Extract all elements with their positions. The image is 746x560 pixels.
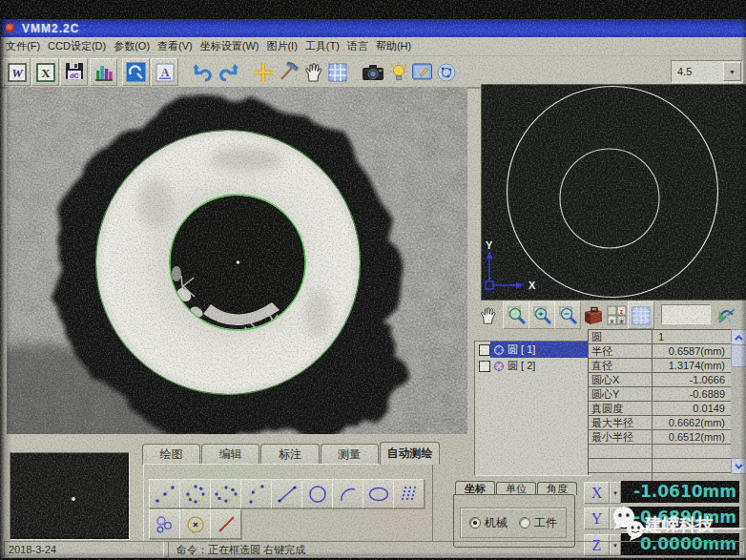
radio-label: 工件 [534, 515, 557, 531]
svg-text:z: z [619, 308, 623, 315]
auto-ellipse-icon [214, 484, 238, 505]
drawing-tab-strip: 绘图 编辑 标注 测量 自动测绘 [142, 442, 441, 465]
auto-arc-tool[interactable] [240, 479, 272, 508]
font-label-button[interactable]: A [151, 58, 178, 86]
cad-logo-icon [126, 62, 146, 82]
tab-draw[interactable]: 绘图 [142, 444, 200, 465]
tab-angle[interactable]: 角度 [537, 482, 577, 495]
navigation-preview[interactable] [10, 452, 130, 540]
redo-button[interactable] [216, 58, 243, 86]
coordinate-tab-strip: 坐标 单位 角度 [455, 481, 578, 495]
table-scrollbar[interactable] [731, 329, 745, 474]
cad-export-button[interactable] [122, 58, 150, 86]
results-table[interactable]: 圆 1 半径 0.6587(mm) 直径 1.3174(mm) 圆心X -1.0… [588, 329, 732, 475]
dro-x-dropdown-icon[interactable]: ▼ [610, 482, 621, 504]
save-dxf-button[interactable]: dC [60, 58, 88, 86]
scroll-down-button[interactable] [731, 458, 746, 474]
grid-button[interactable] [323, 58, 351, 86]
circle-tool[interactable] [301, 479, 333, 508]
point-grid-tool[interactable] [393, 479, 425, 508]
dro-x-label[interactable]: X [584, 482, 610, 504]
crosshair-button[interactable] [249, 58, 277, 86]
circle-icon [306, 484, 329, 505]
feature-item-circle-2[interactable]: 圆 [ 2] [475, 358, 591, 374]
calibration-button[interactable] [432, 58, 460, 86]
feature-item-circle-1[interactable]: 圆 [ 1] [475, 342, 591, 358]
main-toolbar: W X dC [0, 55, 746, 88]
tab-annotate[interactable]: 标注 [260, 444, 319, 465]
gauge-line-tool[interactable] [210, 509, 241, 539]
probe-button[interactable] [275, 58, 302, 86]
row-name: 最小半径 [589, 430, 653, 444]
auto-arc-icon [245, 484, 268, 505]
dro-y-dropdown-icon[interactable]: ▼ [610, 508, 621, 529]
menu-view[interactable]: 查看(V) [154, 39, 197, 53]
tab-unit[interactable]: 单位 [496, 482, 536, 495]
menu-language[interactable]: 语言 [343, 39, 372, 53]
word-export-button[interactable]: W [3, 58, 31, 86]
menu-tools[interactable]: 工具(T) [301, 39, 343, 53]
cad-graphics-view[interactable]: Y X [481, 84, 746, 301]
radio-machine[interactable]: 机械 [469, 515, 508, 531]
dro-y-value: -0.6890mm [621, 507, 739, 529]
scroll-up-button[interactable] [731, 329, 746, 345]
svg-text:±: ± [619, 318, 623, 324]
feature-list[interactable]: 圆 [ 1] 圆 [ 2] [474, 341, 591, 476]
scrollbar-thumb[interactable] [731, 344, 746, 367]
auto-point-line-tool[interactable] [149, 479, 180, 508]
chevron-down-icon [735, 464, 743, 469]
ccd-camera-view[interactable] [7, 87, 467, 434]
hand-icon [303, 62, 324, 83]
svg-text:A: A [160, 66, 169, 79]
auto-ellipse-tool[interactable] [210, 479, 241, 508]
tab-edit[interactable]: 编辑 [201, 444, 259, 465]
multi-circle-tool[interactable] [149, 509, 180, 539]
cad-tolerance-button[interactable]: z x ± [603, 301, 630, 329]
auto-circle-tool[interactable] [179, 479, 211, 508]
arc-tool[interactable] [332, 479, 363, 508]
toolbox-icon [583, 306, 604, 325]
menu-file[interactable]: 文件(F) [2, 39, 44, 53]
table-empty-row [589, 445, 732, 459]
cad-grid-button[interactable] [628, 301, 654, 329]
cad-draw-tool-button[interactable] [714, 301, 740, 329]
zoom-out-icon [558, 305, 578, 325]
table-row-roundness: 真圆度 0.0149 [589, 402, 732, 416]
feature-checkbox[interactable] [479, 344, 490, 356]
tab-auto-measure[interactable]: 自动测绘 [380, 442, 440, 465]
combobox-dropdown-icon[interactable]: ▼ [723, 62, 741, 81]
auto-line-icon [154, 484, 176, 505]
status-bar: 2018-3-24 命令：正在框选圆 右键完成 [0, 540, 746, 558]
cad-zoom-fit-button[interactable] [503, 301, 529, 329]
tab-coordinate[interactable]: 坐标 [455, 481, 495, 495]
row-name [589, 445, 653, 458]
menu-help[interactable]: 帮助(H) [372, 39, 415, 53]
excel-export-button[interactable]: X [31, 58, 59, 86]
menu-coordinate-settings[interactable]: 坐标设置(W) [197, 39, 263, 53]
cad-pan-button[interactable] [475, 301, 502, 329]
ellipse-tool[interactable] [363, 479, 394, 508]
auto-circle-icon [184, 484, 207, 505]
center-circle-tool[interactable] [179, 509, 211, 539]
drawing-tools-panel [143, 464, 433, 542]
radio-workpiece[interactable]: 工件 [519, 515, 557, 531]
line-tool[interactable] [271, 479, 302, 508]
menu-ccd-settings[interactable]: CCD设定(D) [44, 39, 110, 53]
row-value [653, 445, 732, 458]
report-chart-button[interactable] [90, 58, 117, 86]
window-title: VMM2.2C [22, 22, 79, 35]
menu-image[interactable]: 图片(I) [262, 39, 300, 53]
tab-measure[interactable]: 测量 [321, 444, 379, 465]
table-row-radius: 半径 0.6587(mm) [589, 344, 732, 359]
cad-zoom-out-button[interactable] [554, 301, 581, 329]
camera-capture-button[interactable] [359, 58, 386, 86]
undo-icon [191, 63, 212, 82]
undo-button[interactable] [187, 58, 215, 86]
cad-textbox[interactable] [661, 304, 711, 324]
menu-parameters[interactable]: 参数(O) [110, 39, 154, 53]
magnification-combobox[interactable]: 4.5 ▼ [671, 60, 743, 83]
feature-checkbox[interactable] [479, 361, 490, 372]
bar-chart-icon [94, 63, 114, 82]
cad-zoom-in-button[interactable] [528, 301, 555, 329]
dro-y-label[interactable]: Y [584, 508, 610, 529]
